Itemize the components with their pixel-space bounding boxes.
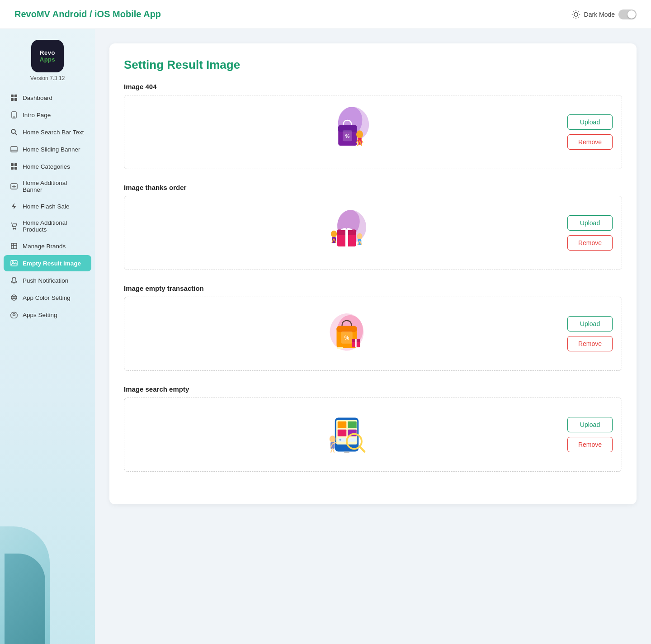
svg-point-35: [13, 296, 14, 297]
sidebar-nav: Dashboard Intro Page Home Search Bar Tex…: [0, 90, 95, 324]
sidebar-item-home-categories[interactable]: Home Categories: [4, 158, 91, 175]
sidebar-item-manage-brands-label: Manage Brands: [23, 243, 66, 250]
logo-apps: Apps: [40, 56, 56, 63]
section-image-empty-transaction: Image empty transaction: [124, 284, 622, 371]
illus-thanks-order: [320, 208, 374, 258]
remove-button-thanks-order[interactable]: Remove: [567, 235, 613, 251]
svg-point-37: [13, 298, 14, 299]
sidebar-item-dashboard[interactable]: Dashboard: [4, 90, 91, 106]
svg-rect-78: [348, 421, 357, 428]
section-empty-transaction-title: Image empty transaction: [124, 284, 622, 292]
remove-button-404[interactable]: Remove: [567, 134, 613, 150]
image-buttons-empty-transaction: Upload Remove: [567, 316, 613, 351]
brands-icon: [10, 242, 18, 250]
upload-button-404[interactable]: Upload: [567, 114, 613, 130]
dark-mode-area: Dark Mode: [571, 9, 637, 19]
sidebar-item-intro-page[interactable]: Intro Page: [4, 107, 91, 123]
version-label: Version 7.3.12: [30, 75, 65, 81]
svg-rect-29: [11, 243, 17, 249]
sidebar-item-additional-products-label: Home Additional Products: [23, 219, 85, 233]
svg-rect-21: [11, 167, 14, 170]
sidebar-item-push-notification[interactable]: Push Notification: [4, 272, 91, 289]
svg-point-82: [340, 439, 342, 441]
sidebar-item-home-additional-products[interactable]: Home Additional Products: [4, 215, 91, 237]
sidebar-item-intro-page-label: Intro Page: [23, 112, 51, 118]
sidebar-item-manage-brands[interactable]: Manage Brands: [4, 238, 91, 254]
logo: Revo Apps: [31, 40, 64, 72]
page-title: Setting Result Image: [124, 58, 622, 72]
sidebar-item-apps-setting-label: Apps Setting: [23, 312, 57, 318]
image-preview-empty-transaction: %: [133, 304, 560, 363]
sidebar-item-app-color-setting[interactable]: App Color Setting: [4, 289, 91, 306]
layout: Revo Apps Version 7.3.12 Dashboard Intro…: [0, 29, 651, 644]
header: RevoMV Android / iOS Mobile App Dark Mod…: [0, 0, 651, 29]
svg-point-61: [331, 231, 337, 237]
sidebar-item-sliding-banner-label: Home Sliding Banner: [23, 146, 80, 153]
svg-point-34: [11, 295, 17, 300]
upload-button-thanks-order[interactable]: Upload: [567, 215, 613, 231]
gear-icon: [10, 311, 18, 319]
section-image-thanks-order: Image thanks order: [124, 184, 622, 270]
grid-icon: [10, 94, 18, 102]
dark-mode-label: Dark Mode: [584, 11, 615, 18]
image-preview-404: %: [133, 103, 560, 161]
sidebar-item-home-search-bar[interactable]: Home Search Bar Text: [4, 124, 91, 140]
sidebar-decoration: [0, 508, 72, 644]
svg-line-3: [573, 11, 573, 12]
flash-icon: [10, 202, 18, 210]
remove-button-search-empty[interactable]: Remove: [567, 437, 613, 452]
svg-rect-68: [337, 326, 357, 332]
phone-icon: [10, 111, 18, 119]
svg-rect-20: [14, 163, 17, 166]
bell-icon: [10, 276, 18, 284]
dark-mode-icon: [571, 10, 580, 19]
image-row-thanks-order: Upload Remove: [124, 196, 622, 270]
svg-rect-22: [14, 167, 17, 170]
svg-text:%: %: [345, 133, 350, 139]
sidebar-item-push-notification-label: Push Notification: [23, 277, 68, 284]
image-row-empty-transaction: % Upload Remove: [124, 297, 622, 371]
categories-icon: [10, 162, 18, 170]
svg-point-38: [14, 298, 15, 299]
section-thanks-order-title: Image thanks order: [124, 184, 622, 191]
sidebar: Revo Apps Version 7.3.12 Dashboard Intro…: [0, 29, 95, 644]
sidebar-item-additional-banner-label: Home Additional Banner: [23, 180, 85, 193]
section-image-404: Image 404: [124, 83, 622, 169]
svg-rect-77: [338, 421, 347, 428]
sidebar-item-empty-result-label: Empty Result Image: [23, 260, 81, 267]
sidebar-item-home-search-label: Home Search Bar Text: [23, 129, 84, 136]
svg-line-16: [15, 133, 17, 135]
sidebar-item-app-color-label: App Color Setting: [23, 294, 71, 301]
svg-rect-74: [337, 347, 344, 349]
svg-point-15: [11, 129, 15, 133]
sidebar-item-flash-sale-label: Home Flash Sale: [23, 203, 70, 210]
svg-line-4: [578, 17, 579, 17]
sidebar-item-apps-setting[interactable]: Apps Setting: [4, 307, 91, 323]
svg-line-85: [360, 446, 365, 451]
svg-rect-19: [11, 163, 14, 166]
sidebar-item-dashboard-label: Dashboard: [23, 95, 52, 101]
sidebar-item-empty-result-image[interactable]: Empty Result Image: [4, 255, 91, 271]
sidebar-item-home-flash-sale[interactable]: Home Flash Sale: [4, 198, 91, 214]
palette-icon: [10, 294, 18, 302]
svg-rect-17: [11, 147, 17, 152]
svg-rect-11: [11, 98, 14, 101]
upload-button-empty-transaction[interactable]: Upload: [567, 316, 613, 331]
search-icon: [10, 128, 18, 136]
svg-line-8: [578, 11, 579, 12]
sidebar-item-home-additional-banner[interactable]: Home Additional Banner: [4, 175, 91, 197]
dark-mode-toggle[interactable]: [618, 9, 637, 19]
svg-rect-9: [11, 95, 14, 97]
app-title: RevoMV Android / iOS Mobile App: [14, 9, 161, 19]
svg-marker-26: [12, 203, 16, 209]
remove-button-empty-transaction[interactable]: Remove: [567, 336, 613, 351]
illus-404: %: [320, 107, 374, 157]
image-preview-search-empty: [133, 405, 560, 464]
sidebar-item-home-sliding-banner[interactable]: Home Sliding Banner: [4, 141, 91, 157]
upload-button-search-empty[interactable]: Upload: [567, 417, 613, 432]
section-image-search-empty: Image search empty: [124, 385, 622, 472]
svg-point-86: [330, 436, 336, 442]
svg-point-27: [13, 228, 14, 229]
image-buttons-search-empty: Upload Remove: [567, 417, 613, 452]
svg-text:%: %: [344, 335, 349, 341]
